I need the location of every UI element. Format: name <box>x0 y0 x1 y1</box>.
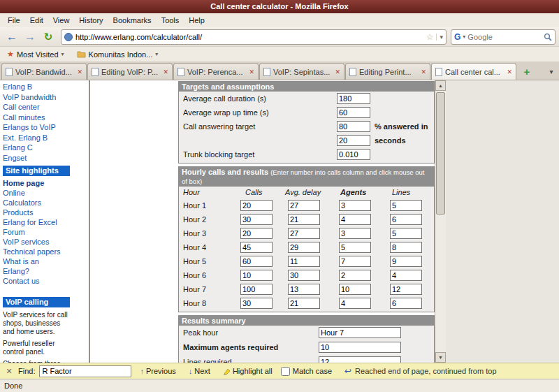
sidebar-item-forum[interactable]: Forum <box>3 227 64 237</box>
back-button[interactable]: ← <box>3 29 20 45</box>
sidebar-item-erlang-c[interactable]: Erlang C <box>3 143 67 153</box>
avg-delay-input[interactable] <box>288 256 320 267</box>
avg-wrap-up-time-input[interactable] <box>337 107 370 118</box>
tab-voip-sepintas[interactable]: VoIP: Sepintas... ✕ <box>259 63 344 80</box>
tab-voip-perenca[interactable]: VoIP: Perenca... ✕ <box>173 63 259 80</box>
lines-input[interactable] <box>390 298 422 309</box>
sidebar-item-voip-bandwidth[interactable]: VoIP bandwidth <box>3 92 67 103</box>
scroll-up-icon[interactable]: ▲ <box>435 80 446 91</box>
tab-close-icon[interactable]: ✕ <box>163 68 168 75</box>
search-box[interactable]: G ▾ <box>451 29 556 45</box>
answer-seconds-input[interactable] <box>337 135 370 146</box>
tab-voip-bandwidth[interactable]: VoIP: Bandwid... ✕ <box>1 63 87 80</box>
lines-input[interactable] <box>390 242 422 253</box>
page-scrollbar[interactable]: ▲ ▼ <box>435 80 446 363</box>
menu-help[interactable]: Help <box>184 15 210 26</box>
calls-input[interactable] <box>240 214 273 225</box>
avg-delay-input[interactable] <box>288 270 320 281</box>
avg-delay-input[interactable] <box>288 284 320 295</box>
sidebar-item-erlang-b[interactable]: Erlang B <box>3 82 67 92</box>
lines-input[interactable] <box>390 270 422 281</box>
sidebar-item-online[interactable]: Online <box>3 188 64 198</box>
find-next-button[interactable]: ↓ Next <box>184 366 215 376</box>
menu-edit[interactable]: Edit <box>25 15 48 26</box>
url-bar[interactable]: ☆ ▾ <box>61 29 447 45</box>
menu-view[interactable]: View <box>48 15 75 26</box>
call-answering-target-input[interactable] <box>337 121 370 132</box>
bookmark-most-visited[interactable]: ★ Most Visited ▾ <box>4 48 67 60</box>
forward-button[interactable]: → <box>22 29 38 45</box>
match-case-option[interactable]: Match case <box>281 367 332 376</box>
reload-button[interactable]: ↻ <box>40 29 57 45</box>
search-magnifier-icon[interactable] <box>544 33 552 41</box>
find-previous-button[interactable]: ↑ Previous <box>136 366 180 376</box>
peak-hour-input[interactable] <box>319 327 401 338</box>
tab-close-icon[interactable]: ✕ <box>77 68 82 75</box>
lines-input[interactable] <box>390 200 422 211</box>
match-case-checkbox[interactable] <box>281 367 290 376</box>
menu-file[interactable]: File <box>3 15 25 26</box>
search-input[interactable] <box>467 33 542 41</box>
tab-editing-voip[interactable]: Editing VoIP: P... ✕ <box>87 63 173 80</box>
agents-input[interactable] <box>339 228 371 239</box>
agents-input[interactable] <box>339 298 371 309</box>
sidebar-item-technical-papers[interactable]: Technical papers <box>3 247 64 256</box>
scroll-down-icon[interactable]: ▼ <box>435 352 446 363</box>
sidebar-item-engset[interactable]: Engset <box>3 153 67 164</box>
sidebar-item-call-center[interactable]: Call center <box>3 102 67 112</box>
tab-close-icon[interactable]: ✕ <box>421 68 426 75</box>
lines-input[interactable] <box>390 214 422 225</box>
menu-history[interactable]: History <box>74 15 108 26</box>
agents-input[interactable] <box>339 214 371 225</box>
avg-delay-input[interactable] <box>288 298 320 309</box>
scrollbar-track[interactable] <box>435 91 446 352</box>
lines-input[interactable] <box>390 228 422 239</box>
avg-delay-input[interactable] <box>288 228 320 239</box>
tab-close-icon[interactable]: ✕ <box>335 68 340 75</box>
trunk-blocking-target-input[interactable] <box>337 149 370 160</box>
url-input[interactable] <box>75 33 423 41</box>
lines-input[interactable] <box>390 284 422 295</box>
sidebar-item-voip-services[interactable]: VoIP services <box>3 237 64 247</box>
calls-input[interactable] <box>240 228 273 239</box>
agents-input[interactable] <box>339 242 371 253</box>
avg-delay-input[interactable] <box>288 242 320 253</box>
agents-input[interactable] <box>339 200 371 211</box>
lines-required-input[interactable] <box>319 356 401 363</box>
agents-input[interactable] <box>339 256 371 267</box>
calls-input[interactable] <box>240 270 273 281</box>
calls-input[interactable] <box>240 200 273 211</box>
calls-input[interactable] <box>240 298 273 309</box>
avg-delay-input[interactable] <box>288 214 320 225</box>
sidebar-item-erlang-for-excel[interactable]: Erlang for Excel <box>3 217 64 227</box>
sidebar-item-home-page[interactable]: Home page <box>3 178 64 188</box>
sidebar-item-call-minutes[interactable]: Call minutes <box>3 112 67 123</box>
new-tab-button[interactable]: + <box>520 64 534 78</box>
menu-tools[interactable]: Tools <box>157 15 184 26</box>
lines-input[interactable] <box>390 256 422 267</box>
list-all-tabs-icon[interactable]: ▾ <box>545 64 558 78</box>
bookmark-star-icon[interactable]: ☆ <box>426 32 434 42</box>
sidebar-item-erlangs-to-voip[interactable]: Erlangs to VoIP <box>3 122 67 133</box>
highlight-all-button[interactable]: Highlight all <box>219 366 277 376</box>
sidebar-item-ext-erlang-b[interactable]: Ext. Erlang B <box>3 133 67 143</box>
sidebar-item-products[interactable]: Products <box>3 208 64 217</box>
tab-editing-perint[interactable]: Editing Perint... ✕ <box>345 63 430 80</box>
tab-call-center-active[interactable]: Call center cal... ✕ <box>431 63 516 80</box>
close-icon[interactable]: ✕ <box>4 367 14 376</box>
bookmark-komunitas-folder[interactable]: Komunitas Indon... ▾ <box>74 49 161 60</box>
avg-delay-input[interactable] <box>288 200 320 211</box>
agents-input[interactable] <box>339 270 371 281</box>
url-dropdown-icon[interactable]: ▾ <box>436 34 443 41</box>
sidebar-item-calculators[interactable]: Calculators <box>3 198 64 208</box>
calls-input[interactable] <box>240 284 273 295</box>
sidebar-item-what-is-an-erlang[interactable]: What is an Erlang? <box>3 256 64 276</box>
sidebar-item-contact-us[interactable]: Contact us <box>3 276 64 286</box>
avg-call-duration-input[interactable] <box>337 93 370 104</box>
agents-input[interactable] <box>339 284 371 295</box>
search-engine-dropdown-icon[interactable]: ▾ <box>463 34 465 40</box>
max-agents-required-input[interactable] <box>319 342 401 353</box>
find-input[interactable] <box>39 365 131 377</box>
tab-close-icon[interactable]: ✕ <box>507 68 512 75</box>
menu-bookmarks[interactable]: Bookmarks <box>108 15 157 26</box>
